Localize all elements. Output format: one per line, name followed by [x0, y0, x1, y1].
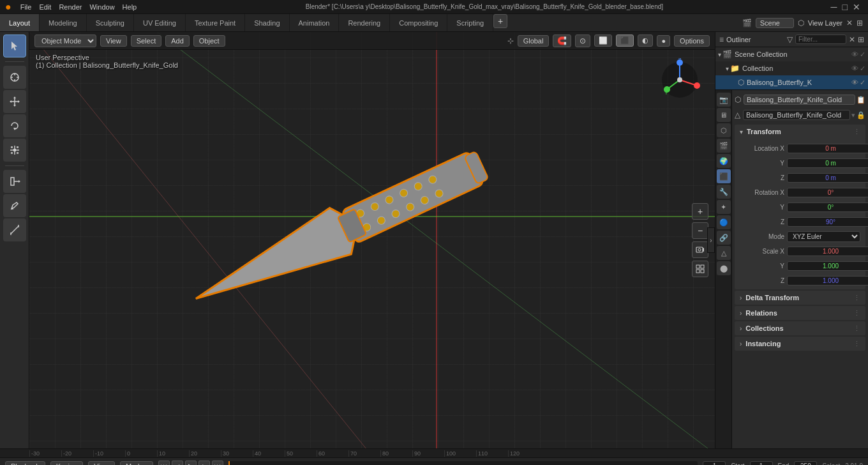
- view-layer-settings-icon[interactable]: ✕: [846, 19, 853, 27]
- scene-collection-row[interactable]: ▾ 🎬 Scene Collection 👁 ✓: [715, 47, 868, 61]
- header-view[interactable]: View: [100, 35, 127, 47]
- collection-sel[interactable]: ✓: [860, 65, 865, 73]
- header-select[interactable]: Select: [131, 35, 162, 47]
- tool-measure[interactable]: [3, 218, 26, 241]
- scale-y-field[interactable]: [787, 261, 868, 271]
- close-btn[interactable]: ✕: [853, 2, 860, 12]
- grid-btn[interactable]: [692, 261, 708, 277]
- tool-cursor[interactable]: [3, 66, 26, 89]
- tab-shading[interactable]: Shading: [245, 14, 289, 31]
- tab-texture-paint[interactable]: Texture Paint: [186, 14, 245, 31]
- tab-rendering[interactable]: Rendering: [339, 14, 390, 31]
- scene-collection-sel[interactable]: ✓: [860, 50, 865, 59]
- prop-tab-material[interactable]: ⬤: [717, 261, 731, 275]
- relations-header[interactable]: › Relations ⋮: [735, 306, 865, 320]
- prop-tab-scene[interactable]: 🎬: [717, 139, 731, 153]
- play-btn[interactable]: ▶: [185, 461, 197, 466]
- maximize-btn[interactable]: □: [842, 2, 848, 12]
- tab-scripting[interactable]: Scripting: [447, 14, 493, 31]
- rotation-y-field[interactable]: [787, 202, 868, 212]
- scene-collection-eye[interactable]: 👁: [851, 50, 858, 58]
- tool-rotate[interactable]: [3, 114, 26, 137]
- tab-uv-editing[interactable]: UV Editing: [134, 14, 186, 31]
- prop-tab-output[interactable]: 🖥: [717, 108, 731, 122]
- timeline-area[interactable]: [228, 461, 698, 466]
- rotation-x-field[interactable]: [787, 188, 868, 197]
- marker-btn[interactable]: Marker: [120, 461, 153, 466]
- snap-icon[interactable]: 🧲: [553, 34, 571, 47]
- camera-btn[interactable]: [692, 241, 708, 258]
- outliner-filter-icon[interactable]: ▽: [787, 35, 793, 44]
- prop-tab-constraints[interactable]: 🔗: [717, 231, 731, 245]
- header-object[interactable]: Object: [193, 35, 225, 47]
- jump-start-btn[interactable]: ⏮: [158, 461, 170, 466]
- outliner-search[interactable]: [795, 34, 846, 44]
- prop-tab-modifiers[interactable]: 🔧: [717, 185, 731, 199]
- object-row[interactable]: ▾ ⬡ Balisong_Butterfly_K 👁 ✓: [715, 75, 868, 89]
- mesh-fake-user[interactable]: 🔒: [857, 111, 865, 119]
- add-workspace-btn[interactable]: +: [493, 14, 507, 28]
- frame-start-field[interactable]: [750, 461, 773, 465]
- prop-tab-physics[interactable]: 🔵: [717, 215, 731, 229]
- menu-file[interactable]: File: [17, 3, 36, 11]
- prop-tab-data[interactable]: △: [717, 246, 731, 260]
- current-frame-field[interactable]: [703, 461, 726, 465]
- delta-options[interactable]: ⋮: [853, 294, 860, 302]
- prev-frame-btn[interactable]: ◄: [172, 461, 183, 466]
- menu-window[interactable]: Window: [86, 3, 118, 11]
- location-z-field[interactable]: [787, 173, 868, 183]
- instancing-header[interactable]: › Instancing ⋮: [735, 337, 865, 351]
- menu-render[interactable]: Render: [55, 3, 86, 11]
- minimize-btn[interactable]: ─: [831, 2, 837, 12]
- tab-sculpting[interactable]: Sculpting: [87, 14, 134, 31]
- header-add[interactable]: Add: [165, 35, 190, 47]
- mode-select[interactable]: Object Mode: [34, 34, 96, 47]
- playback-btn[interactable]: Playback: [5, 461, 45, 466]
- viewport-shading-solid[interactable]: ⬛: [616, 34, 634, 47]
- right-panel-collapse[interactable]: ›: [707, 227, 715, 253]
- viewport-shading-wire[interactable]: ⬜: [594, 34, 612, 47]
- zoom-out-btn[interactable]: −: [692, 222, 708, 239]
- jump-end-btn[interactable]: ⏭: [212, 461, 223, 466]
- delta-transform-header[interactable]: › Delta Transform ⋮: [735, 291, 865, 305]
- mesh-name-field[interactable]: [743, 110, 850, 120]
- scale-z-field[interactable]: [787, 276, 868, 286]
- prop-tab-render[interactable]: 📷: [717, 93, 731, 107]
- instancing-options[interactable]: ⋮: [853, 340, 860, 348]
- menu-help[interactable]: Help: [119, 3, 141, 11]
- tool-move[interactable]: [3, 90, 26, 113]
- object-name-field[interactable]: [744, 95, 855, 105]
- scale-x-field[interactable]: [787, 247, 868, 256]
- collections-options[interactable]: ⋮: [853, 324, 860, 333]
- transform-header[interactable]: ▾ Transform ⋮: [735, 125, 865, 139]
- next-frame-btn[interactable]: ►: [198, 461, 210, 466]
- viewport-shading-render[interactable]: ●: [657, 35, 670, 47]
- zoom-in-btn[interactable]: +: [692, 203, 708, 220]
- viewport[interactable]: Object Mode View Select Add Object ⊹ Glo…: [29, 32, 715, 448]
- prop-tab-world[interactable]: 🌍: [717, 154, 731, 168]
- tool-annotate[interactable]: [3, 194, 26, 217]
- view-btn[interactable]: View: [88, 461, 115, 466]
- viewport-shading-material[interactable]: ◐: [638, 34, 653, 47]
- tab-modeling[interactable]: Modeling: [40, 14, 87, 31]
- tab-layout[interactable]: Layout: [0, 14, 40, 31]
- object-sel[interactable]: ✓: [860, 79, 865, 87]
- prop-tab-object[interactable]: ⬛: [717, 169, 731, 183]
- collection-row[interactable]: ▾ 📁 Collection 👁 ✓: [715, 61, 868, 75]
- prop-tab-view-layer[interactable]: ⬡: [717, 123, 731, 137]
- tool-select[interactable]: [3, 34, 26, 57]
- tool-transform[interactable]: [3, 170, 26, 193]
- collections-header[interactable]: › Collections ⋮: [735, 321, 865, 335]
- relations-options[interactable]: ⋮: [853, 309, 860, 317]
- menu-edit[interactable]: Edit: [35, 3, 55, 11]
- transform-select[interactable]: Global: [518, 35, 550, 47]
- frame-end-field[interactable]: [794, 461, 817, 465]
- object-name-icon[interactable]: 📋: [857, 96, 865, 104]
- rotation-z-field[interactable]: [787, 217, 868, 227]
- tab-compositing[interactable]: Compositing: [390, 14, 447, 31]
- scene-select[interactable]: [756, 18, 794, 28]
- view-layer-pin-icon[interactable]: ⊞: [857, 19, 863, 27]
- viewport-gizmo[interactable]: Z X Y: [657, 57, 702, 102]
- mesh-name-chevron[interactable]: ▾: [851, 111, 855, 119]
- proportional-icon[interactable]: ⊙: [575, 34, 590, 47]
